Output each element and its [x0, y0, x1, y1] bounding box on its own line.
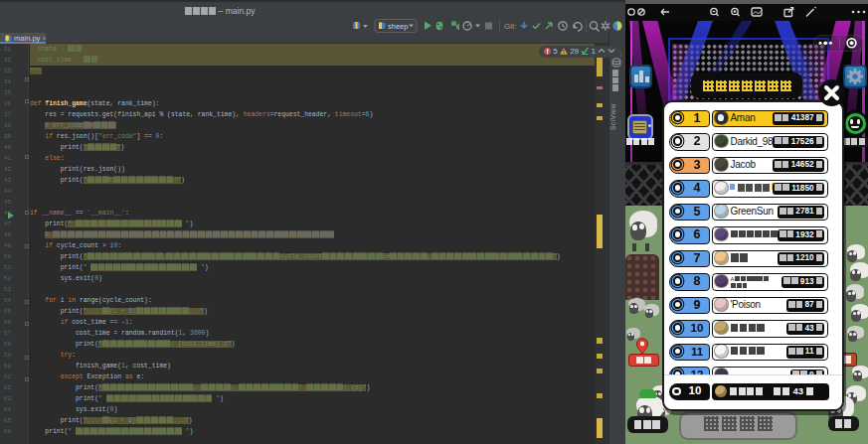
svg-text:sheep: sheep [388, 22, 408, 31]
svg-text:Git:: Git: [504, 22, 516, 31]
